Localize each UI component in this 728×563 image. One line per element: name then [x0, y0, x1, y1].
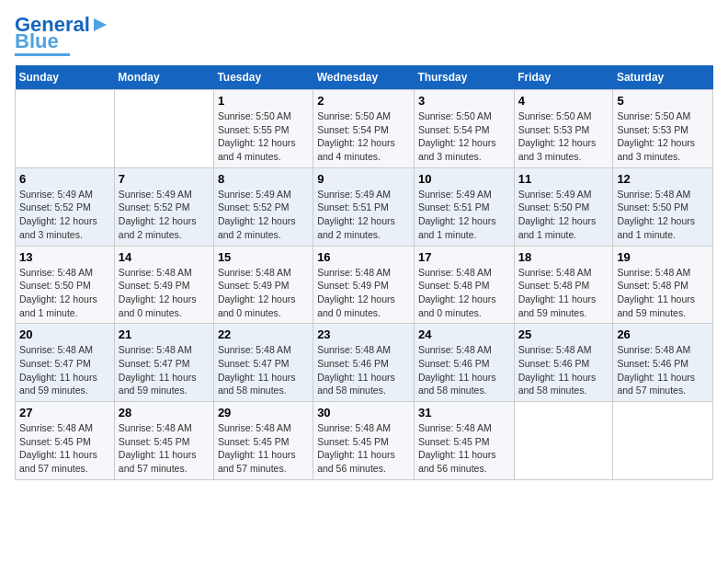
calendar-cell: 14Sunrise: 5:48 AM Sunset: 5:49 PM Dayli… — [114, 246, 213, 324]
day-info: Sunrise: 5:48 AM Sunset: 5:46 PM Dayligh… — [617, 343, 709, 397]
day-header-monday: Monday — [114, 65, 213, 90]
day-info: Sunrise: 5:50 AM Sunset: 5:53 PM Dayligh… — [617, 109, 709, 164]
day-number: 2 — [317, 94, 410, 108]
day-info: Sunrise: 5:49 AM Sunset: 5:51 PM Dayligh… — [317, 188, 410, 242]
calendar-cell: 22Sunrise: 5:48 AM Sunset: 5:47 PM Dayli… — [213, 324, 313, 402]
day-info: Sunrise: 5:48 AM Sunset: 5:48 PM Dayligh… — [418, 266, 510, 320]
logo: General Blue — [15, 15, 110, 56]
day-number: 30 — [317, 406, 410, 419]
calendar-week-row: 13Sunrise: 5:48 AM Sunset: 5:50 PM Dayli… — [16, 246, 713, 324]
day-number: 17 — [418, 250, 510, 264]
day-info: Sunrise: 5:48 AM Sunset: 5:46 PM Dayligh… — [418, 343, 510, 397]
day-number: 16 — [317, 250, 410, 264]
day-info: Sunrise: 5:48 AM Sunset: 5:47 PM Dayligh… — [119, 343, 210, 397]
day-number: 25 — [518, 327, 609, 341]
day-number: 7 — [119, 172, 210, 186]
day-header-wednesday: Wednesday — [313, 65, 415, 90]
day-header-thursday: Thursday — [414, 65, 514, 90]
day-number: 6 — [19, 172, 110, 186]
day-number: 4 — [518, 94, 609, 108]
calendar-cell — [514, 402, 613, 480]
day-number: 21 — [119, 327, 210, 341]
day-number: 1 — [218, 94, 309, 108]
day-info: Sunrise: 5:48 AM Sunset: 5:48 PM Dayligh… — [518, 266, 609, 320]
day-info: Sunrise: 5:48 AM Sunset: 5:45 PM Dayligh… — [19, 421, 110, 476]
day-number: 12 — [617, 172, 709, 186]
day-number: 3 — [418, 94, 510, 108]
calendar-cell: 1Sunrise: 5:50 AM Sunset: 5:55 PM Daylig… — [213, 90, 313, 168]
calendar-cell: 11Sunrise: 5:49 AM Sunset: 5:50 PM Dayli… — [514, 167, 613, 246]
day-header-tuesday: Tuesday — [213, 65, 313, 90]
day-info: Sunrise: 5:48 AM Sunset: 5:50 PM Dayligh… — [617, 188, 709, 242]
day-number: 15 — [218, 250, 309, 264]
day-info: Sunrise: 5:49 AM Sunset: 5:52 PM Dayligh… — [19, 188, 110, 242]
day-info: Sunrise: 5:48 AM Sunset: 5:47 PM Dayligh… — [19, 343, 110, 397]
day-info: Sunrise: 5:49 AM Sunset: 5:50 PM Dayligh… — [518, 188, 609, 242]
day-info: Sunrise: 5:48 AM Sunset: 5:45 PM Dayligh… — [317, 421, 410, 476]
day-number: 23 — [317, 327, 410, 341]
day-number: 24 — [418, 327, 510, 341]
logo-blue-text: Blue — [15, 31, 59, 52]
calendar-week-row: 6Sunrise: 5:49 AM Sunset: 5:52 PM Daylig… — [16, 167, 713, 246]
svg-marker-0 — [94, 18, 107, 31]
calendar-cell: 30Sunrise: 5:48 AM Sunset: 5:45 PM Dayli… — [313, 402, 415, 480]
day-info: Sunrise: 5:48 AM Sunset: 5:49 PM Dayligh… — [119, 266, 210, 320]
day-info: Sunrise: 5:48 AM Sunset: 5:49 PM Dayligh… — [317, 266, 410, 320]
calendar-week-row: 27Sunrise: 5:48 AM Sunset: 5:45 PM Dayli… — [16, 402, 713, 480]
day-number: 26 — [617, 327, 709, 341]
day-info: Sunrise: 5:48 AM Sunset: 5:45 PM Dayligh… — [218, 421, 309, 476]
calendar-cell — [114, 90, 213, 168]
calendar-cell: 19Sunrise: 5:48 AM Sunset: 5:48 PM Dayli… — [613, 246, 713, 324]
day-number: 18 — [518, 250, 609, 264]
day-number: 22 — [218, 327, 309, 341]
calendar-cell: 28Sunrise: 5:48 AM Sunset: 5:45 PM Dayli… — [114, 402, 213, 480]
day-header-saturday: Saturday — [613, 65, 713, 90]
logo-line — [15, 53, 70, 56]
day-number: 20 — [19, 327, 110, 341]
calendar-cell: 4Sunrise: 5:50 AM Sunset: 5:53 PM Daylig… — [514, 90, 613, 168]
calendar-cell: 3Sunrise: 5:50 AM Sunset: 5:54 PM Daylig… — [414, 90, 514, 168]
calendar-table: SundayMondayTuesdayWednesdayThursdayFrid… — [15, 65, 713, 480]
day-info: Sunrise: 5:48 AM Sunset: 5:46 PM Dayligh… — [518, 343, 609, 397]
day-info: Sunrise: 5:48 AM Sunset: 5:45 PM Dayligh… — [119, 421, 210, 476]
day-info: Sunrise: 5:48 AM Sunset: 5:49 PM Dayligh… — [218, 266, 309, 320]
calendar-cell: 29Sunrise: 5:48 AM Sunset: 5:45 PM Dayli… — [213, 402, 313, 480]
day-info: Sunrise: 5:50 AM Sunset: 5:55 PM Dayligh… — [218, 109, 309, 164]
calendar-cell — [613, 402, 713, 480]
calendar-cell: 13Sunrise: 5:48 AM Sunset: 5:50 PM Dayli… — [16, 246, 115, 324]
day-header-sunday: Sunday — [16, 65, 115, 90]
calendar-week-row: 20Sunrise: 5:48 AM Sunset: 5:47 PM Dayli… — [16, 324, 713, 402]
day-number: 11 — [518, 172, 609, 186]
day-number: 28 — [119, 406, 210, 419]
day-number: 19 — [617, 250, 709, 264]
day-info: Sunrise: 5:49 AM Sunset: 5:51 PM Dayligh… — [418, 188, 510, 242]
calendar-cell: 16Sunrise: 5:48 AM Sunset: 5:49 PM Dayli… — [313, 246, 415, 324]
page-header: General Blue — [15, 15, 713, 56]
calendar-cell: 20Sunrise: 5:48 AM Sunset: 5:47 PM Dayli… — [16, 324, 115, 402]
day-info: Sunrise: 5:50 AM Sunset: 5:54 PM Dayligh… — [418, 109, 510, 164]
calendar-cell: 17Sunrise: 5:48 AM Sunset: 5:48 PM Dayli… — [414, 246, 514, 324]
day-info: Sunrise: 5:48 AM Sunset: 5:48 PM Dayligh… — [617, 266, 709, 320]
day-number: 29 — [218, 406, 309, 419]
day-info: Sunrise: 5:50 AM Sunset: 5:53 PM Dayligh… — [518, 109, 609, 164]
calendar-header-row: SundayMondayTuesdayWednesdayThursdayFrid… — [16, 65, 713, 90]
day-number: 14 — [119, 250, 210, 264]
day-info: Sunrise: 5:48 AM Sunset: 5:46 PM Dayligh… — [317, 343, 410, 397]
calendar-cell: 23Sunrise: 5:48 AM Sunset: 5:46 PM Dayli… — [313, 324, 415, 402]
calendar-cell: 31Sunrise: 5:48 AM Sunset: 5:45 PM Dayli… — [414, 402, 514, 480]
calendar-cell: 5Sunrise: 5:50 AM Sunset: 5:53 PM Daylig… — [613, 90, 713, 168]
calendar-cell: 2Sunrise: 5:50 AM Sunset: 5:54 PM Daylig… — [313, 90, 415, 168]
calendar-cell: 12Sunrise: 5:48 AM Sunset: 5:50 PM Dayli… — [613, 167, 713, 246]
day-number: 27 — [19, 406, 110, 419]
day-info: Sunrise: 5:50 AM Sunset: 5:54 PM Dayligh… — [317, 109, 410, 164]
day-number: 13 — [19, 250, 110, 264]
day-number: 8 — [218, 172, 309, 186]
calendar-cell: 15Sunrise: 5:48 AM Sunset: 5:49 PM Dayli… — [213, 246, 313, 324]
calendar-cell: 8Sunrise: 5:49 AM Sunset: 5:52 PM Daylig… — [213, 167, 313, 246]
calendar-week-row: 1Sunrise: 5:50 AM Sunset: 5:55 PM Daylig… — [16, 90, 713, 168]
day-header-friday: Friday — [514, 65, 613, 90]
day-number: 10 — [418, 172, 510, 186]
day-number: 31 — [418, 406, 510, 419]
calendar-cell: 25Sunrise: 5:48 AM Sunset: 5:46 PM Dayli… — [514, 324, 613, 402]
day-info: Sunrise: 5:48 AM Sunset: 5:47 PM Dayligh… — [218, 343, 309, 397]
